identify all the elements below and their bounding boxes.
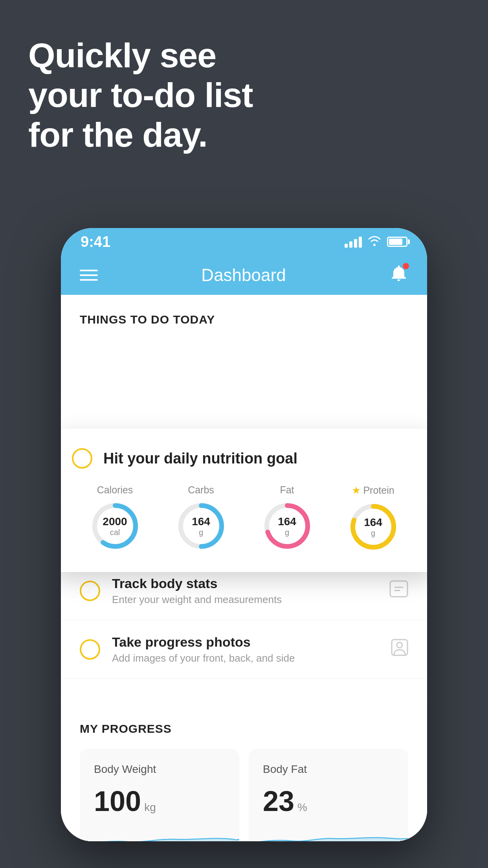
- body-fat-chart: [249, 827, 408, 841]
- notification-bell-icon[interactable]: [389, 264, 408, 287]
- protein-value: 164: [364, 516, 382, 529]
- body-stats-checkbox[interactable]: [80, 581, 100, 601]
- body-stats-text: Track body stats Enter your weight and m…: [112, 576, 378, 606]
- scale-icon: [389, 580, 408, 601]
- body-fat-unit: %: [297, 801, 307, 814]
- signal-icon: [345, 236, 362, 248]
- body-weight-value-group: 100 kg: [94, 785, 225, 817]
- body-stats-subtitle: Enter your weight and measurements: [112, 594, 378, 606]
- carbs-label: Carbs: [188, 484, 214, 496]
- progress-section: MY PROGRESS Body Weight 100 kg: [61, 702, 427, 841]
- protein-label: ★ Protein: [352, 484, 394, 497]
- body-stats-title: Track body stats: [112, 576, 378, 591]
- status-time: 9:41: [81, 234, 110, 250]
- todo-item-photos[interactable]: Take progress photos Add images of your …: [61, 620, 427, 679]
- body-fat-card[interactable]: Body Fat 23 %: [249, 749, 408, 841]
- body-weight-card[interactable]: Body Weight 100 kg: [80, 749, 239, 841]
- nutrition-card-title: Hit your daily nutrition goal: [103, 450, 297, 467]
- body-weight-chart: [80, 827, 239, 841]
- person-icon: [391, 639, 408, 660]
- battery-icon: [387, 237, 407, 247]
- nutrition-circles: Calories 2000 cal: [72, 484, 416, 552]
- headline: Quickly see your to-do list for the day.: [28, 35, 253, 155]
- carbs-value: 164: [192, 515, 210, 528]
- status-bar: 9:41: [61, 228, 427, 256]
- fat-donut: 164 g: [262, 500, 313, 552]
- body-fat-number: 23: [263, 785, 294, 817]
- protein-donut: 164 g: [348, 501, 399, 552]
- carbs-donut: 164 g: [176, 500, 227, 552]
- nutrition-checkbox[interactable]: [72, 448, 92, 469]
- calories-value: 2000: [103, 515, 127, 528]
- body-fat-value-group: 23 %: [263, 785, 394, 817]
- fat-item: Fat 164 g: [262, 484, 313, 552]
- calories-donut: 2000 cal: [90, 500, 141, 552]
- body-fat-label: Body Fat: [263, 763, 394, 776]
- photos-checkbox[interactable]: [80, 639, 100, 660]
- fat-value: 164: [278, 515, 296, 528]
- phone-mockup: 9:41: [61, 228, 427, 841]
- hamburger-menu[interactable]: [80, 270, 98, 281]
- notification-dot: [403, 263, 409, 269]
- progress-header: MY PROGRESS: [80, 722, 408, 736]
- photos-subtitle: Add images of your front, back, and side: [112, 652, 379, 664]
- nav-title: Dashboard: [201, 265, 286, 285]
- calories-label: Calories: [97, 484, 133, 496]
- wifi-icon: [367, 235, 382, 249]
- progress-cards: Body Weight 100 kg: [80, 749, 408, 841]
- photos-text: Take progress photos Add images of your …: [112, 634, 379, 664]
- section-header: THINGS TO DO TODAY: [61, 295, 427, 334]
- calories-item: Calories 2000 cal: [90, 484, 141, 552]
- nutrition-card: Hit your daily nutrition goal Calories: [61, 428, 427, 572]
- fat-label: Fat: [280, 484, 294, 496]
- protein-item: ★ Protein 164 g: [348, 484, 399, 552]
- carbs-item: Carbs 164 g: [176, 484, 227, 552]
- svg-point-10: [397, 642, 402, 648]
- body-weight-number: 100: [94, 785, 141, 817]
- photos-title: Take progress photos: [112, 634, 379, 650]
- star-icon: ★: [352, 484, 361, 497]
- svg-rect-8: [390, 581, 407, 597]
- body-weight-label: Body Weight: [94, 763, 225, 776]
- status-icons: [345, 235, 407, 249]
- nav-bar: Dashboard: [61, 256, 427, 295]
- body-weight-unit: kg: [144, 801, 156, 814]
